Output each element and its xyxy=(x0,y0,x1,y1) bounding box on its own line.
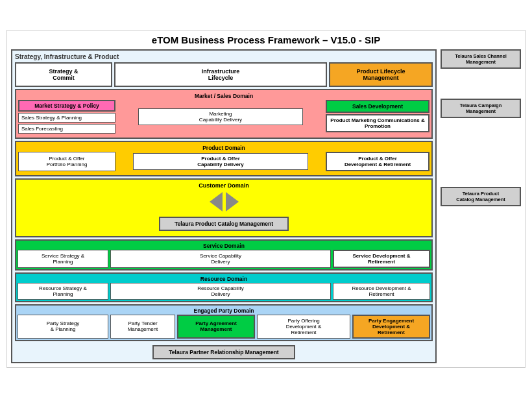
sip-label: Strategy, Infrastructure & Product xyxy=(15,53,433,60)
product-lifecycle-box: Product Lifecycle Management xyxy=(329,62,433,87)
callout-campaign: Telaura Campaign Management xyxy=(441,99,521,118)
partner-wrapper: Telaura Partner Relationship Management xyxy=(15,343,433,359)
service-domain-section: Service Domain Service Strategy & Planni… xyxy=(15,239,433,271)
service-strategy-box: Service Strategy & Planning xyxy=(18,250,108,268)
outer-container: eTOM Business Process Framework – V15.0 … xyxy=(6,30,526,368)
service-dev-box: Service Development & Retirement xyxy=(333,250,430,268)
product-portfolio-box: Product & Offer Portfolio Planning xyxy=(18,152,115,171)
party-domain-section: Engaged Party Domain Party Strategy & Pl… xyxy=(15,304,433,341)
callout-sales-channel: Telaura Sales Channel Management xyxy=(441,49,521,69)
market-domain-label: Market / Sales Domain xyxy=(18,92,429,100)
market-left-col: Market Strategy & Policy Sales Strategy … xyxy=(18,100,115,134)
sip-container: Strategy, Infrastructure & Product Strat… xyxy=(11,49,437,363)
product-domain-label: Product Domain xyxy=(18,144,429,152)
party-domain-label: Engaged Party Domain xyxy=(18,307,430,315)
resource-dev-box: Resource Development & Retirement xyxy=(333,283,430,300)
party-engagement-box: Party Engagement Development & Retiremen… xyxy=(352,315,430,339)
product-offer-cap-wrapper: Product & Offer Capability Delivery xyxy=(117,152,324,171)
customer-domain-label: Customer Domain xyxy=(19,182,429,189)
product-row: Product & Offer Portfolio Planning Produ… xyxy=(18,152,429,171)
customer-domain-section: Customer Domain Telaura Product Catalog … xyxy=(15,178,433,237)
party-tender-box: Party Tender Management xyxy=(110,315,175,339)
market-strategy-box: Market Strategy & Policy xyxy=(18,100,115,112)
marketing-cap-wrapper: Marketing Capability Delivery xyxy=(117,100,324,134)
product-marketing-box: Product Marketing Communications & Promo… xyxy=(326,114,429,132)
product-offer-retire-box: Product & Offer Development & Retirement xyxy=(326,152,429,171)
product-offer-cap-box: Product & Offer Capability Delivery xyxy=(133,153,308,170)
arrow-area xyxy=(19,192,429,211)
service-domain-label: Service Domain xyxy=(18,242,430,250)
resource-cap-box: Resource Capability Delivery xyxy=(110,283,331,300)
product-domain-section: Product Domain Product & Offer Portfolio… xyxy=(15,141,433,176)
service-inner: Service Strategy & Planning Service Capa… xyxy=(18,250,430,268)
market-domain-section: Market / Sales Domain Market Strategy & … xyxy=(15,89,433,139)
party-offering-box: Party Offering Development & Retirement xyxy=(257,315,350,339)
market-row: Market Strategy & Policy Sales Strategy … xyxy=(18,100,429,134)
marketing-cap-box: Marketing Capability Delivery xyxy=(138,108,303,125)
party-strategy-box: Party Strategy & Planning xyxy=(18,315,108,339)
party-inner: Party Strategy & Planning Party Tender M… xyxy=(18,315,430,339)
arrow-left-icon xyxy=(210,192,223,211)
right-callouts: Telaura Sales Channel Management Telaura… xyxy=(437,49,521,363)
arrow-right-icon xyxy=(226,192,239,211)
resource-domain-section: Resource Domain Resource Strategy & Plan… xyxy=(15,272,433,302)
resource-inner: Resource Strategy & Planning Resource Ca… xyxy=(18,283,430,300)
sales-dev-box: Sales Development xyxy=(326,100,429,113)
service-cap-box: Service Capability Delivery xyxy=(110,250,331,268)
callout-product-catalog: Telaura Product Catalog Management xyxy=(441,187,521,206)
top-row: Strategy & Commit Infrastructure Lifecyc… xyxy=(15,62,433,87)
resource-strategy-box: Resource Strategy & Planning xyxy=(18,283,108,300)
infrastructure-box: Infrastructure Lifecycle xyxy=(114,62,327,87)
party-agreement-box: Party Agreement Management xyxy=(177,315,255,339)
telaura-catalog-inner: Telaura Product Catalog Management xyxy=(159,217,289,231)
main-title: eTOM Business Process Framework – V15.0 … xyxy=(11,34,521,45)
partner-box: Telaura Partner Relationship Management xyxy=(152,345,295,359)
sales-forecasting-box: Sales Forecasting xyxy=(18,124,115,134)
resource-domain-label: Resource Domain xyxy=(18,275,430,283)
sales-strategy-box: Sales Strategy & Planning xyxy=(18,113,115,123)
strategy-commit-box: Strategy & Commit xyxy=(15,62,112,87)
market-right-col: Sales Development Product Marketing Comm… xyxy=(326,100,429,134)
